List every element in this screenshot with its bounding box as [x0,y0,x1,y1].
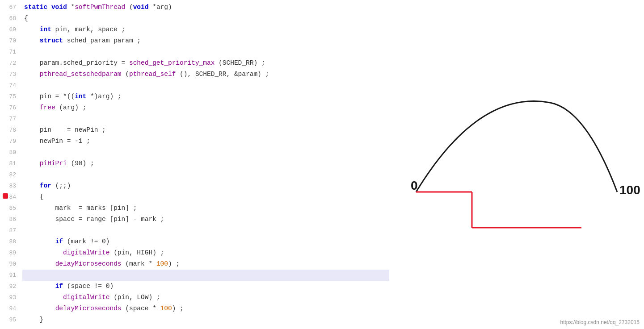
line-number: 80 [4,147,19,158]
line-number: 94 [4,303,19,314]
line-number: 95 [4,314,19,325]
line-number: 84 [4,192,19,203]
code-line: { [22,192,644,203]
code-line [22,80,644,91]
line-number: 82 [4,169,19,180]
line-number: 73 [4,69,19,80]
code-line: static void *softPwmThread (void *arg) [22,2,644,13]
code-line: delayMicroseconds (mark * 100) ; [22,258,644,270]
code-line: pin = *((int *)arg) ; [22,91,644,102]
line-number: 91 [4,270,19,281]
line-number: 87 [4,225,19,236]
line-number: 71 [4,46,19,58]
code-line: param.sched_priority = sched_get_priorit… [22,58,644,69]
code-line: space = range [pin] - mark ; [22,214,644,225]
code-line [22,270,644,281]
code-editor: 6768697071727374757677787980818283848586… [0,0,644,329]
code-line: if (mark != 0) [22,236,644,247]
code-line: free (arg) ; [22,102,644,113]
code-line [22,169,644,180]
code-line [22,46,644,58]
line-number: 79 [4,136,19,147]
code-line: pin = newPin ; [22,125,644,136]
line-number: 78 [4,125,19,136]
line-numbers: 6768697071727374757677787980818283848586… [0,0,22,329]
code-line: int pin, mark, space ; [22,24,644,35]
line-number: 88 [4,236,19,247]
line-number: 70 [4,35,19,46]
code-area: static void *softPwmThread (void *arg){ … [22,0,644,329]
code-line: pthread_setschedparam (pthread_self (), … [22,69,644,80]
code-line: digitalWrite (pin, LOW) ; [22,292,644,303]
code-line: digitalWrite (pin, HIGH) ; [22,247,644,258]
line-number: 68 [4,13,19,24]
code-line: newPin = -1 ; [22,136,644,147]
code-line: for (;;) [22,180,644,192]
line-number: 67 [4,2,19,13]
code-line [22,113,644,125]
line-number: 86 [4,214,19,225]
line-number: 74 [4,80,19,91]
line-number: 81 [4,158,19,169]
line-number: 85 [4,203,19,214]
code-line [22,147,644,158]
line-number: 89 [4,247,19,258]
line-number: 90 [4,258,19,270]
code-line: piHiPri (90) ; [22,158,644,169]
line-number: 83 [4,180,19,192]
line-number: 76 [4,102,19,113]
watermark: https://blog.csdn.net/qq_2732015 [560,319,640,325]
code-line: mark = marks [pin] ; [22,203,644,214]
code-line: { [22,13,644,24]
line-number: 72 [4,58,19,69]
code-line: delayMicroseconds (space * 100) ; [22,303,644,314]
code-line: if (space != 0) [22,281,644,292]
line-number: 93 [4,292,19,303]
line-number: 92 [4,281,19,292]
code-line [22,225,644,236]
code-line: } [22,314,644,325]
line-number: 77 [4,113,19,125]
line-number: 75 [4,91,19,102]
code-line: struct sched_param param ; [22,35,644,46]
line-number: 69 [4,24,19,35]
